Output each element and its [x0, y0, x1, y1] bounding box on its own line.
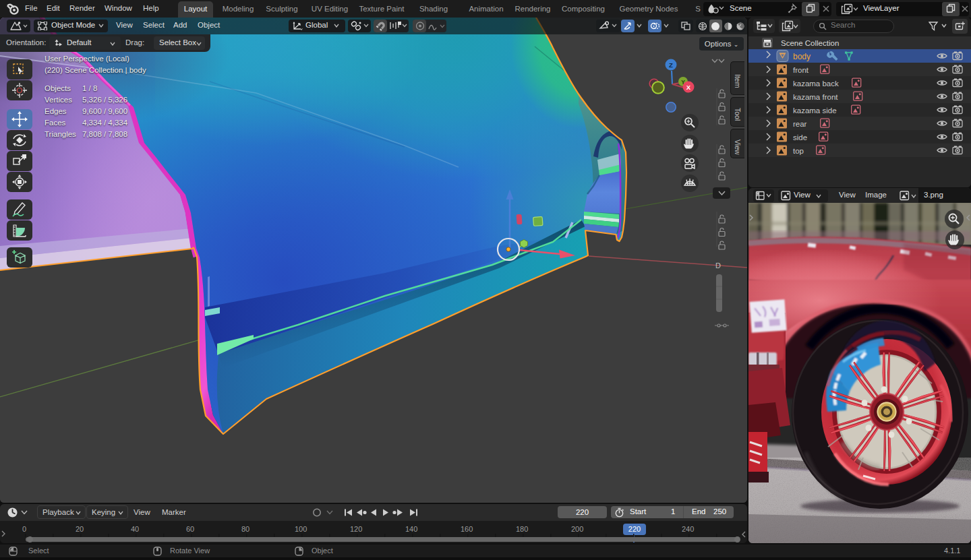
svg-text:X: X	[686, 84, 691, 91]
svg-text:D: D	[715, 261, 721, 270]
svg-text:kazama back: kazama back	[793, 80, 839, 88]
svg-text:rear: rear	[793, 120, 807, 128]
svg-text:side: side	[793, 133, 807, 142]
svg-text:top: top	[793, 147, 804, 155]
svg-text:kazama front: kazama front	[793, 93, 838, 101]
svg-text:front: front	[793, 66, 809, 74]
svg-text:Z: Z	[669, 61, 673, 69]
svg-text:kazama side: kazama side	[793, 106, 837, 115]
